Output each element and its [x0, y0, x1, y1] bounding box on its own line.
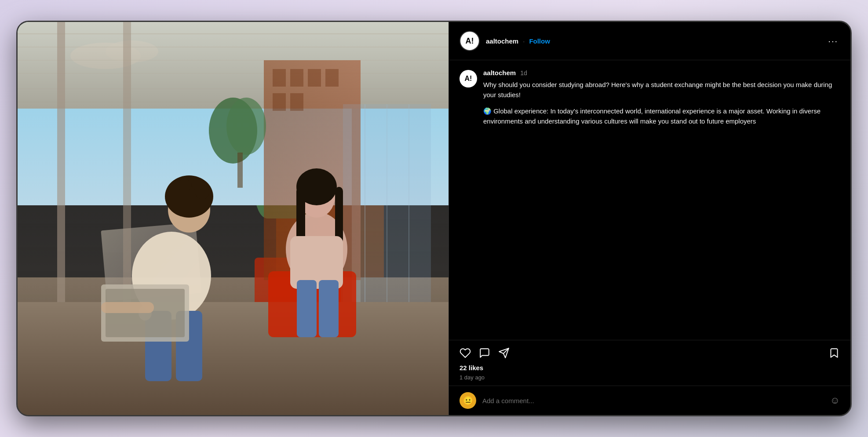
comment-area: 😐 ☺	[449, 386, 850, 415]
svg-rect-17	[325, 69, 339, 87]
caption-avatar: A!	[460, 70, 477, 87]
actions-bar: 22 likes 1 day ago	[449, 340, 850, 386]
caption-time: 1d	[520, 69, 527, 76]
follow-button[interactable]: Follow	[529, 37, 550, 45]
caption-avatar-text: A!	[465, 75, 472, 83]
likes-count: 22 likes	[460, 364, 840, 371]
post-image	[18, 22, 449, 415]
caption-globe-text: 🌍 Global experience: In today's intercon…	[483, 106, 840, 127]
svg-rect-36	[319, 280, 339, 337]
header-username: aaltochem	[486, 37, 518, 45]
commenter-emoji: 😐	[463, 395, 474, 406]
svg-rect-49	[101, 302, 154, 313]
svg-rect-16	[308, 69, 321, 87]
svg-rect-15	[290, 69, 303, 87]
svg-rect-27	[18, 302, 449, 415]
svg-rect-22	[237, 153, 243, 188]
svg-rect-33	[335, 187, 343, 244]
caption-area: A! aaltochem 1d Why should you consider …	[449, 60, 850, 340]
action-icons-row	[460, 347, 840, 359]
comment-input[interactable]	[482, 397, 824, 404]
emoji-button[interactable]: ☺	[830, 395, 840, 406]
caption-username-row: aaltochem 1d	[483, 69, 840, 76]
header-username-area: aaltochem · Follow	[486, 37, 826, 45]
svg-rect-3	[18, 22, 449, 109]
svg-rect-18	[273, 93, 286, 111]
commenter-avatar: 😐	[460, 392, 476, 409]
instagram-content-panel: A! aaltochem · Follow ··· A! aaltochem 1…	[449, 22, 850, 415]
header-avatar-text: A!	[466, 36, 474, 46]
more-options-button[interactable]: ···	[826, 36, 840, 46]
post-header: A! aaltochem · Follow ···	[449, 22, 850, 60]
svg-rect-10	[57, 22, 65, 350]
svg-rect-35	[297, 280, 317, 337]
header-dot-separator: ·	[523, 37, 525, 45]
header-avatar: A!	[460, 31, 480, 51]
svg-point-21	[226, 98, 266, 155]
svg-rect-19	[290, 93, 303, 111]
comment-button[interactable]	[479, 347, 490, 359]
svg-rect-14	[273, 69, 286, 87]
share-button[interactable]	[498, 347, 510, 359]
caption-username: aaltochem	[483, 69, 516, 76]
caption-header: A! aaltochem 1d Why should you consider …	[460, 69, 840, 127]
time-ago: 1 day ago	[460, 374, 485, 381]
device-frame: A! aaltochem · Follow ··· A! aaltochem 1…	[16, 21, 852, 416]
svg-point-42	[178, 179, 191, 192]
caption-main-text: Why should you consider studying abroad?…	[483, 80, 840, 100]
like-button[interactable]	[460, 347, 471, 359]
svg-point-43	[192, 178, 204, 190]
bookmark-button[interactable]	[828, 347, 840, 359]
caption-content: aaltochem 1d Why should you consider stu…	[483, 69, 840, 127]
